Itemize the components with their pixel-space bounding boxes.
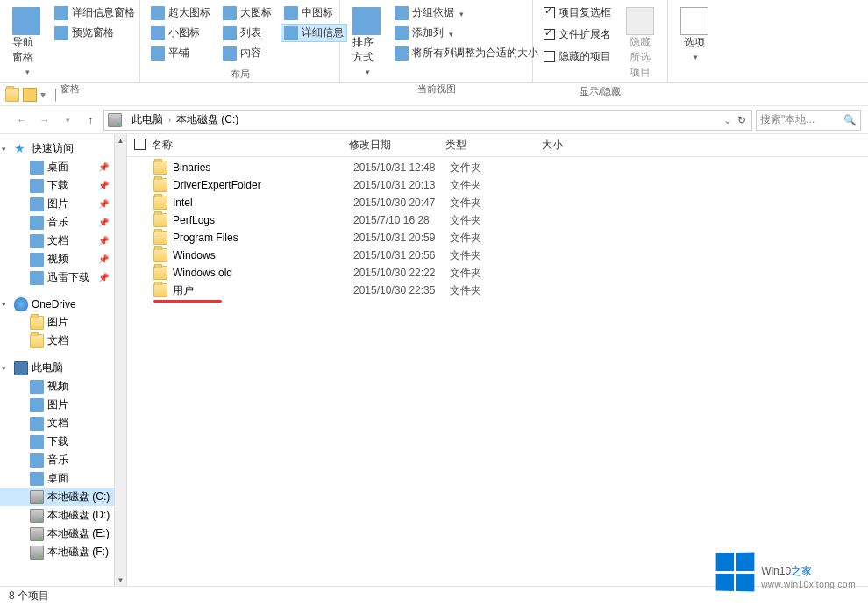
sidebar-item[interactable]: 桌面 <box>0 469 114 488</box>
refresh-icon[interactable]: ↻ <box>737 114 746 126</box>
panes-group-label: 窗格 <box>7 81 132 96</box>
view-details-button[interactable]: 详细信息 <box>281 24 347 42</box>
tree-toggle-icon[interactable]: ▾ <box>2 300 6 309</box>
preview-pane-button[interactable]: 预览窗格 <box>51 24 139 42</box>
folder-icon <box>30 472 44 486</box>
folder-icon <box>30 316 44 330</box>
column-size[interactable]: 大小 <box>542 138 612 153</box>
main-area: ▾★快速访问桌面📌下载📌图片📌音乐📌文档📌视频📌迅雷下载📌▾OneDrive图片… <box>0 134 868 586</box>
cell-date: 2015/10/30 22:22 <box>353 267 450 279</box>
up-button[interactable]: ↑ <box>81 111 100 130</box>
table-row[interactable]: Windows2015/10/31 20:56文件夹 <box>127 246 868 264</box>
sidebar-item[interactable]: 图片 <box>0 313 114 332</box>
pin-icon: 📌 <box>98 199 109 209</box>
table-row[interactable]: 用户2015/10/30 22:35文件夹 <box>127 282 868 299</box>
sidebar-item[interactable]: 音乐 <box>0 451 114 469</box>
table-row[interactable]: Binaries2015/10/31 12:48文件夹 <box>127 159 868 176</box>
sidebar-item-label: 迅雷下载 <box>47 270 89 285</box>
pin-icon: 📌 <box>98 254 109 264</box>
fit-columns-button[interactable]: 将所有列调整为合适的大小 <box>391 44 542 62</box>
view-content-button[interactable]: 内容 <box>219 44 275 62</box>
sidebar-quick-access[interactable]: ▾★快速访问 <box>0 139 114 158</box>
sidebar-item-documents[interactable]: 文档📌 <box>0 232 114 250</box>
view-extra-large-button[interactable]: 超大图标 <box>147 4 214 22</box>
table-row[interactable]: PerfLogs2015/7/10 16:28文件夹 <box>127 211 868 229</box>
sidebar-this-pc[interactable]: ▾此电脑 <box>0 359 114 377</box>
sidebar-item-music[interactable]: 音乐📌 <box>0 213 114 232</box>
sidebar-item[interactable]: 本地磁盘 (F:) <box>0 543 114 561</box>
documents-icon <box>30 234 44 248</box>
view-medium-button[interactable]: 中图标 <box>281 4 347 22</box>
sidebar-scrollbar[interactable]: ▲ ▼ <box>114 134 126 586</box>
table-row[interactable]: Windows.old2015/10/30 22:22文件夹 <box>127 264 868 282</box>
scroll-up-icon[interactable]: ▲ <box>115 134 126 146</box>
forward-button[interactable]: → <box>35 111 54 130</box>
column-type[interactable]: 类型 <box>445 138 542 153</box>
folder-icon <box>153 248 167 262</box>
cell-date: 2015/10/30 22:35 <box>353 284 450 296</box>
group-by-icon <box>395 6 409 20</box>
sidebar-item-label: 图片 <box>47 397 68 412</box>
sidebar-item[interactable]: 文档 <box>0 414 114 432</box>
sidebar-item-pictures[interactable]: 图片📌 <box>0 195 114 213</box>
sidebar-item-label: 本地磁盘 (F:) <box>47 545 109 560</box>
sidebar-item-desktop[interactable]: 桌面📌 <box>0 158 114 176</box>
table-row[interactable]: DriverExpertFolder2015/10/31 20:13文件夹 <box>127 176 868 194</box>
select-all-checkbox[interactable] <box>134 139 146 150</box>
pin-icon: 📌 <box>98 181 109 190</box>
tiles-icon <box>151 46 165 61</box>
sidebar-item[interactable]: 本地磁盘 (E:) <box>0 525 114 543</box>
group-by-button[interactable]: 分组依据 <box>391 4 542 22</box>
pin-icon: 📌 <box>98 218 109 227</box>
search-input[interactable]: 搜索"本地... 🔍 <box>756 110 861 131</box>
cell-date: 2015/10/31 20:59 <box>353 232 450 244</box>
hide-selected-button[interactable]: 隐藏所选项目 <box>620 4 660 83</box>
back-button[interactable]: ← <box>12 111 32 130</box>
item-checkboxes-toggle[interactable]: 项目复选框 <box>540 4 615 22</box>
sidebar-item-thunder[interactable]: 迅雷下载📌 <box>0 268 114 287</box>
add-columns-button[interactable]: 添加列 <box>391 24 542 42</box>
view-list-button[interactable]: 列表 <box>219 24 275 42</box>
folder-icon <box>153 213 167 227</box>
sidebar-item-label: 本地磁盘 (C:) <box>47 489 110 504</box>
column-name[interactable]: 名称 <box>152 138 349 153</box>
nav-pane-button[interactable]: 导航窗格 <box>7 4 46 81</box>
options-button[interactable]: 选项 <box>675 4 714 66</box>
recent-locations-button[interactable]: ▾ <box>58 111 77 130</box>
videos-icon <box>30 253 44 267</box>
table-row[interactable]: Intel2015/10/30 20:47文件夹 <box>127 194 868 211</box>
scroll-down-icon[interactable]: ▼ <box>115 574 126 586</box>
hidden-items-toggle[interactable]: 隐藏的项目 <box>540 47 615 66</box>
sidebar-item-videos[interactable]: 视频📌 <box>0 250 114 268</box>
table-row[interactable]: Program Files2015/10/31 20:59文件夹 <box>127 229 868 246</box>
breadcrumb-drive[interactable]: 本地磁盘 (C:) <box>173 112 242 127</box>
cell-type: 文件夹 <box>450 248 546 263</box>
file-ext-toggle[interactable]: 文件扩展名 <box>540 25 615 44</box>
sidebar-item[interactable]: 下载 <box>0 432 114 451</box>
cell-type: 文件夹 <box>450 161 546 175</box>
view-tiles-button[interactable]: 平铺 <box>147 44 214 62</box>
nav-pane-label: 导航窗格 <box>12 35 40 65</box>
folder-icon <box>30 380 44 394</box>
details-pane-button[interactable]: 详细信息窗格 <box>51 4 139 22</box>
sidebar-item[interactable]: 图片 <box>0 396 114 414</box>
tree-toggle-icon[interactable]: ▾ <box>2 145 6 154</box>
sidebar-item[interactable]: 视频 <box>0 377 114 396</box>
sidebar-item[interactable]: 本地磁盘 (C:) <box>0 488 114 506</box>
sidebar-item-download[interactable]: 下载📌 <box>0 176 114 195</box>
sidebar-item[interactable]: 本地磁盘 (D:) <box>0 506 114 525</box>
address-bar[interactable]: › 此电脑 › 本地磁盘 (C:) ⌄ ↻ <box>103 110 752 131</box>
column-date[interactable]: 修改日期 <box>349 138 445 153</box>
sidebar-item-label: 音乐 <box>47 215 68 230</box>
dropdown-icon[interactable]: ⌄ <box>723 114 732 126</box>
breadcrumb-this-pc[interactable]: 此电脑 <box>128 112 167 127</box>
sort-by-button[interactable]: 排序方式 <box>347 4 386 81</box>
tree-toggle-icon[interactable]: ▾ <box>2 364 6 373</box>
cell-name: 用户 <box>173 283 353 298</box>
show-hide-group-label: 显示/隐藏 <box>540 83 660 98</box>
sidebar-item[interactable]: 文档 <box>0 332 114 350</box>
view-small-button[interactable]: 小图标 <box>147 24 214 42</box>
sidebar-onedrive[interactable]: ▾OneDrive <box>0 296 114 313</box>
sidebar-item-label: 此电脑 <box>32 361 63 375</box>
view-large-button[interactable]: 大图标 <box>219 4 275 22</box>
